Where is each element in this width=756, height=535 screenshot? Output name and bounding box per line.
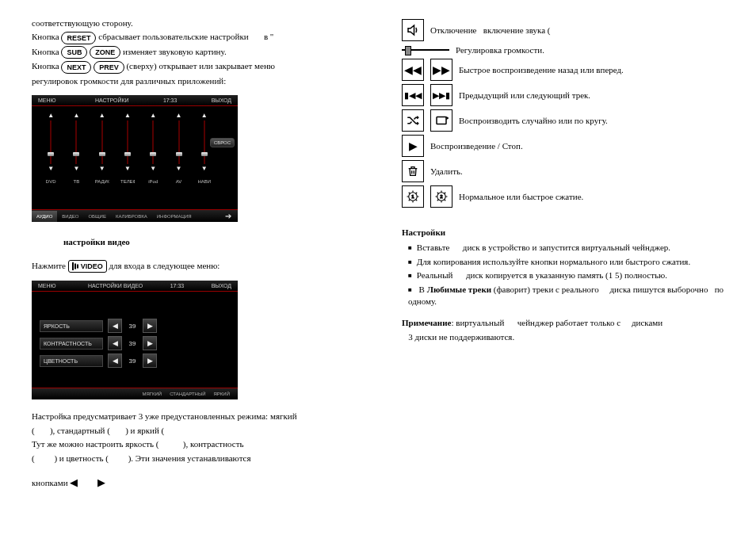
play-icon[interactable]: ▶ (402, 135, 424, 157)
text-line: регулировок громкости для различных прил… (32, 75, 354, 87)
svg-text:2: 2 (440, 194, 443, 199)
left-column: соответствующую сторону. Кнопка RESET сб… (32, 16, 354, 491)
next-track-icon[interactable]: ▶▶▮ (430, 84, 452, 106)
icon-row-shuffle-repeat: Воспроизводить случайно или по кругу. (402, 109, 724, 132)
mode-bright[interactable]: ЯРКИЙ (214, 392, 230, 396)
volume-slider-radio[interactable]: ▲▼ (95, 113, 109, 178)
svg-rect-0 (437, 117, 446, 124)
svg-text:1: 1 (411, 194, 414, 199)
decrease-button[interactable]: ◀ (108, 319, 122, 333)
text-line: Кнопка RESET сбрасывает пользовательские… (32, 31, 354, 44)
settings-bullets: Вставьте диск в устройство и запустится … (408, 242, 724, 308)
text-line: кнопками ◀ ▶ (32, 476, 354, 490)
arrow-buttons-icon: ◀ ▶ (70, 476, 110, 488)
icon-row-volume: Регулировка громкости. (402, 44, 724, 55)
list-item: В Любимые треки (фаворит) треки с реальн… (408, 284, 724, 308)
decrease-button[interactable]: ◀ (108, 353, 122, 368)
arrow-right-icon[interactable]: ➔ (219, 210, 238, 222)
icon-row-seek: ◀◀ ▶▶ Быстрое воспроизведение назад или … (402, 59, 724, 81)
volume-slider-icon[interactable] (402, 44, 449, 55)
speaker-icon[interactable] (402, 19, 424, 41)
icon-row-compression: 1 2 Нормальное или быстрое сжатие. (402, 185, 724, 208)
volume-slider-ipod[interactable]: ▲▼ (146, 113, 160, 178)
sub-button[interactable]: SUB (61, 46, 87, 59)
list-item: Для копирования используйте кнопки норма… (408, 256, 724, 268)
rewind-icon[interactable]: ◀◀ (402, 59, 424, 81)
color-row: ЦВЕТНОСТЬ ◀ 39 ▶ (40, 353, 230, 368)
slider-area: ▲▼ ▲▼ ▲▼ ▲▼ ▲▼ ▲▼ ▲▼ СБРОС (32, 106, 238, 179)
increase-button[interactable]: ▶ (143, 336, 157, 350)
contrast-row: КОНТРАСТНОСТЬ ◀ 39 ▶ (40, 336, 230, 350)
screen-title: НАСТРОЙКИ ВИДЕО (88, 283, 143, 289)
text-line: соответствующую сторону. (32, 17, 354, 29)
tab-video[interactable]: ВИДЕО (57, 211, 83, 222)
exit-label: ВЫХОД (212, 97, 231, 103)
screen-time: 17:33 (170, 283, 185, 289)
note-line: Примечание: виртуальный чейнджер работае… (402, 317, 724, 329)
list-item: Реальный диск копируется в указанную пам… (408, 269, 724, 281)
menu-label: МЕНЮ (38, 97, 56, 103)
text-line: Кнопка SUB ZONE изменяет звуковую картин… (32, 46, 354, 59)
video-settings-screenshot: МЕНЮ НАСТРОЙКИ ВИДЕО 17:33 ВЫХОД ЯРКОСТЬ… (32, 281, 238, 399)
screen-time: 17:33 (163, 97, 178, 103)
tab-audio[interactable]: АУДИО (32, 211, 57, 222)
note-line2: 3 диски не поддерживаются. (402, 331, 724, 343)
previous-track-icon[interactable]: ▮◀◀ (402, 84, 424, 106)
list-item: Вставьте диск в устройство и запустится … (408, 242, 724, 254)
text-line: Тут же можно настроить яркость ( ), конт… (32, 438, 354, 450)
shuffle-icon[interactable] (402, 109, 424, 132)
exit-label: ВЫХОД (212, 283, 231, 289)
trash-icon[interactable] (402, 160, 424, 182)
video-button[interactable]: VIDEO (68, 260, 107, 273)
fastforward-icon[interactable]: ▶▶ (430, 59, 452, 81)
tab-general[interactable]: ОБЩИЕ (83, 211, 111, 222)
increase-button[interactable]: ▶ (143, 319, 157, 333)
settings-heading: Настройки (402, 227, 724, 239)
zone-button[interactable]: ZONE (90, 46, 120, 59)
volume-slider-tv[interactable]: ▲▼ (69, 113, 83, 178)
menu-label: МЕНЮ (38, 283, 56, 289)
text-line: ( ), стандартный ( ) и яркий ( (32, 425, 354, 437)
volume-slider-phone[interactable]: ▲▼ (120, 113, 135, 178)
reset-button[interactable]: RESET (61, 32, 96, 44)
icon-row-play: ▶ Воспроизведение / Стоп. (402, 135, 724, 157)
text-line: Кнопка NEXT PREV (сверху) открывает или … (32, 60, 354, 73)
gear1-icon[interactable]: 1 (402, 185, 424, 208)
screen-title: НАСТРОЙКИ (95, 97, 129, 103)
increase-button[interactable]: ▶ (143, 353, 157, 368)
tab-info[interactable]: ИНФОРМАЦИЯ (152, 211, 197, 222)
next-button[interactable]: NEXT (61, 61, 91, 74)
mode-soft[interactable]: МЯГКИЙ (142, 392, 162, 396)
prev-button[interactable]: PREV (94, 61, 124, 74)
volume-slider-dvd[interactable]: ▲▼ (44, 113, 58, 178)
gear2-icon[interactable]: 2 (430, 185, 452, 208)
text-line: ( ) и цветность ( ). Эти значения устана… (32, 453, 354, 464)
icon-row-delete: Удалить. (402, 160, 724, 182)
decrease-button[interactable]: ◀ (108, 336, 122, 350)
text-line: Настройка предусматривает 3 уже предуста… (32, 411, 354, 422)
audio-settings-screenshot: МЕНЮ НАСТРОЙКИ 17:33 ВЫХОД ▲▼ ▲▼ ▲▼ ▲▼ ▲… (32, 95, 238, 222)
reset-button-screen[interactable]: СБРОС (210, 138, 235, 147)
right-column: Отключение включение звука ( Регулировка… (402, 16, 724, 491)
brightness-row: ЯРКОСТЬ ◀ 39 ▶ (40, 319, 230, 333)
icon-row-mute: Отключение включение звука ( (402, 19, 724, 41)
volume-slider-av[interactable]: ▲▼ (172, 113, 186, 178)
bars-icon (72, 262, 78, 270)
repeat-icon[interactable] (430, 109, 452, 132)
video-settings-heading: настройки видео (63, 236, 354, 248)
icon-row-track: ▮◀◀ ▶▶▮ Предыдущий или следующий трек. (402, 84, 724, 106)
tab-calibration[interactable]: КАЛИБРОВКА (111, 211, 152, 222)
mode-standard[interactable]: СТАНДАРТНЫЙ (170, 392, 205, 396)
text-line: Нажмите VIDEO для входа в следующее меню… (32, 260, 354, 273)
